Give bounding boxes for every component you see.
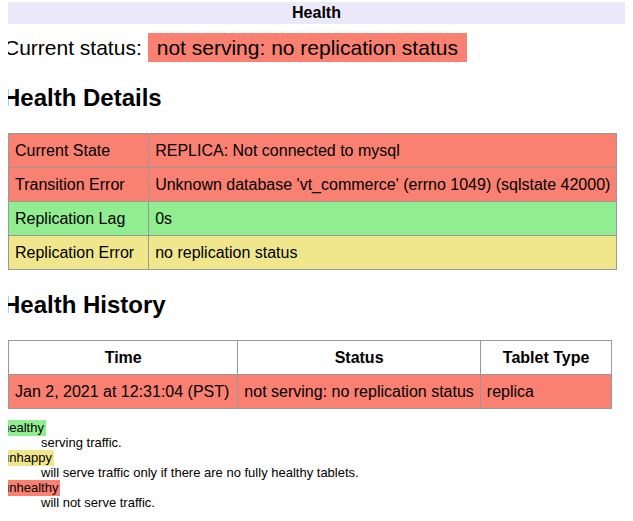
detail-row-replication-error: Replication Error no replication status — [9, 236, 617, 270]
legend-description: will serve traffic only if there are no … — [41, 465, 625, 480]
history-tablet-type-cell: replica — [480, 375, 612, 409]
detail-row-replication-lag: Replication Lag 0s — [9, 202, 617, 236]
health-details-table: Current State REPLICA: Not connected to … — [8, 133, 617, 270]
current-status: Current status:not serving: no replicati… — [8, 33, 625, 63]
legend-term: unhappy — [8, 450, 625, 465]
detail-label: Current State — [9, 134, 149, 168]
current-status-label: Current status: — [8, 36, 142, 59]
detail-label: Replication Error — [9, 236, 149, 270]
legend-description: will not serve traffic. — [41, 495, 625, 510]
history-row: Jan 2, 2021 at 12:31:04 (PST) not servin… — [9, 375, 612, 409]
detail-label: Transition Error — [9, 168, 149, 202]
health-legend: healthy serving traffic. unhappy will se… — [8, 420, 625, 510]
detail-value: no replication status — [149, 236, 617, 270]
detail-value: 0s — [149, 202, 617, 236]
legend-term: unhealthy — [8, 480, 625, 495]
detail-value: REPLICA: Not connected to mysql — [149, 134, 617, 168]
current-status-value: not serving: no replication status — [148, 33, 467, 62]
detail-value: Unknown database 'vt_commerce' (errno 10… — [149, 168, 617, 202]
page-header: Health — [8, 2, 625, 24]
legend-term-unhappy: unhappy — [8, 450, 54, 466]
detail-row-current-state: Current State REPLICA: Not connected to … — [9, 134, 617, 168]
history-time-cell: Jan 2, 2021 at 12:31:04 (PST) — [9, 375, 238, 409]
history-status-cell: not serving: no replication status — [238, 375, 480, 409]
detail-row-transition-error: Transition Error Unknown database 'vt_co… — [9, 168, 617, 202]
health-history-table: Time Status Tablet Type Jan 2, 2021 at 1… — [8, 340, 612, 409]
legend-term-healthy: healthy — [8, 420, 46, 436]
history-col-status: Status — [238, 341, 480, 375]
legend-term-unhealthy: unhealthy — [8, 480, 60, 496]
history-header-row: Time Status Tablet Type — [9, 341, 612, 375]
section-title-health-history: Health History — [8, 291, 625, 319]
legend-description: serving traffic. — [41, 435, 625, 450]
legend-term: healthy — [8, 420, 625, 435]
history-col-tablet-type: Tablet Type — [480, 341, 612, 375]
detail-label: Replication Lag — [9, 202, 149, 236]
section-title-health-details: Health Details — [8, 84, 625, 112]
history-col-time: Time — [9, 341, 238, 375]
